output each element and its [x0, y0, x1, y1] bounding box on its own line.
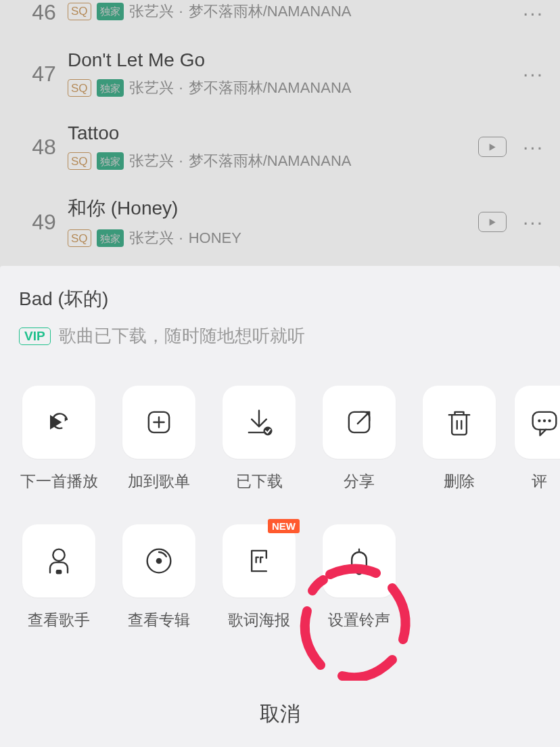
song-title: Don't Let Me Go: [68, 49, 523, 71]
song-row[interactable]: 46 SQ 独家 张艺兴 · 梦不落雨林/NAMANANA ···: [0, 0, 560, 37]
exclusive-badge: 独家: [97, 229, 124, 247]
action-comment[interactable]: 评: [519, 386, 559, 492]
cancel-button[interactable]: 取消: [0, 681, 560, 747]
mv-icon[interactable]: [478, 137, 507, 157]
action-sheet: Bad (坏的) VIP 歌曲已下载，随时随地想听就听 下一首播放 加到歌单 已…: [0, 266, 560, 747]
action-lyric-poster[interactable]: NEW 歌词海报: [219, 524, 299, 631]
svg-point-10: [156, 558, 162, 564]
svg-point-5: [543, 420, 546, 422]
svg-point-4: [538, 420, 540, 422]
exclusive-badge: 独家: [97, 3, 124, 20]
trash-icon: [442, 405, 477, 440]
artist-text: 张艺兴: [129, 1, 174, 22]
bell-icon: [342, 543, 377, 579]
song-title: Tattoo: [68, 122, 478, 144]
mv-icon[interactable]: [478, 212, 507, 232]
sq-badge: SQ: [68, 152, 91, 170]
sq-badge: SQ: [68, 3, 91, 20]
action-view-artist[interactable]: 查看歌手: [19, 524, 99, 631]
song-index: 46: [20, 0, 68, 25]
action-view-album[interactable]: 查看专辑: [119, 524, 199, 631]
song-row[interactable]: 49 和你 (Honey) SQ 独家 张艺兴 · HONEY ···: [0, 183, 560, 261]
action-play-next[interactable]: 下一首播放: [19, 386, 99, 492]
more-icon[interactable]: ···: [523, 62, 544, 85]
svg-rect-8: [56, 570, 62, 574]
lyric-poster-icon: [241, 543, 277, 579]
album-text: 梦不落雨林/NAMANANA: [189, 151, 352, 171]
action-label: 下一首播放: [20, 471, 98, 492]
song-index: 47: [20, 62, 68, 87]
action-share[interactable]: 分享: [319, 386, 399, 492]
album-text: 梦不落雨林/NAMANANA: [189, 78, 352, 98]
artist-text: 张艺兴: [129, 228, 174, 248]
action-add-playlist[interactable]: 加到歌单: [119, 386, 199, 492]
song-index: 49: [20, 210, 68, 235]
action-delete[interactable]: 删除: [419, 386, 499, 492]
comment-icon: [527, 405, 560, 440]
exclusive-badge: 独家: [97, 79, 124, 97]
album-text: 梦不落雨林/NAMANANA: [189, 1, 352, 22]
action-label: 查看歌手: [28, 610, 90, 631]
action-label: 分享: [344, 471, 375, 492]
action-label: 查看专辑: [128, 610, 190, 631]
vip-badge: VIP: [19, 327, 51, 345]
new-badge: NEW: [268, 519, 300, 533]
album-text: HONEY: [189, 229, 241, 247]
action-label: 歌词海报: [228, 610, 290, 631]
action-label: 删除: [444, 471, 475, 492]
album-icon: [141, 543, 177, 579]
download-done-icon: [241, 405, 277, 440]
action-label: 加到歌单: [128, 471, 190, 492]
more-icon[interactable]: ···: [523, 1, 544, 24]
action-label: 已下载: [236, 471, 283, 492]
play-next-icon: [41, 405, 76, 440]
action-set-ringtone[interactable]: 设置铃声: [319, 524, 399, 631]
more-icon[interactable]: ···: [523, 135, 544, 158]
sheet-subtitle: 歌曲已下载，随时随地想听就听: [59, 324, 305, 348]
svg-point-6: [548, 420, 551, 422]
svg-point-7: [53, 549, 64, 561]
svg-point-1: [264, 427, 273, 436]
sq-badge: SQ: [68, 229, 91, 247]
action-downloaded[interactable]: 已下载: [219, 386, 299, 492]
exclusive-badge: 独家: [97, 152, 124, 170]
song-list: 46 SQ 独家 张艺兴 · 梦不落雨林/NAMANANA ··· 47 Don…: [0, 0, 560, 284]
song-row[interactable]: 48 Tattoo SQ 独家 张艺兴 · 梦不落雨林/NAMANANA ···: [0, 110, 560, 183]
sq-badge: SQ: [68, 79, 91, 97]
share-icon: [342, 405, 377, 440]
sheet-title: Bad (坏的): [19, 286, 541, 312]
song-title: 和你 (Honey): [68, 196, 478, 221]
song-index: 48: [20, 135, 68, 160]
action-label: 设置铃声: [328, 610, 390, 631]
add-playlist-icon: [141, 405, 177, 440]
artist-text: 张艺兴: [129, 151, 174, 171]
artist-icon: [41, 543, 76, 579]
song-row[interactable]: 47 Don't Let Me Go SQ 独家 张艺兴 · 梦不落雨林/NAM…: [0, 37, 560, 110]
artist-text: 张艺兴: [129, 78, 174, 98]
more-icon[interactable]: ···: [523, 210, 544, 233]
action-label: 评: [532, 471, 547, 492]
